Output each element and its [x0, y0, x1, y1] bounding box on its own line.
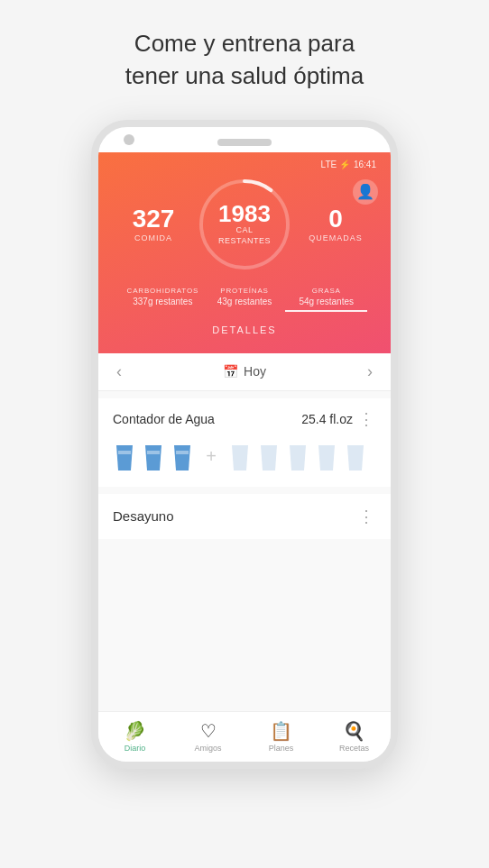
- recipes-icon: 🍳: [343, 720, 365, 742]
- food-calories: 327 COMIDA: [122, 206, 185, 242]
- water-title: Contador de Agua: [113, 412, 215, 426]
- content-area: ‹ 📅 Hoy › Contador de Agua 25.4 fl.oz ⋮: [98, 353, 391, 711]
- add-water-button[interactable]: +: [199, 445, 223, 469]
- recipes-label: Recetas: [339, 744, 369, 753]
- next-date-button[interactable]: ›: [367, 362, 373, 381]
- fat-macro: GRASA 54g restantes: [285, 287, 367, 312]
- water-cup-8[interactable]: [344, 442, 367, 472]
- calories-row: 327 COMIDA 1983 CALRESTANTES 0 QUEMADA: [113, 175, 376, 274]
- diary-icon: 🥬: [124, 720, 146, 742]
- burned-amount: 0: [328, 206, 343, 232]
- carbs-value: 337g restantes: [133, 297, 192, 306]
- water-cup-5[interactable]: [257, 442, 281, 472]
- protein-macro: PROTEÍNAS 43g restantes: [204, 287, 286, 312]
- protein-value: 43g restantes: [217, 297, 272, 306]
- headline-line1: Come y entrena para: [134, 30, 355, 57]
- headline-line2: tener una salud óptima: [125, 62, 364, 89]
- phone-top-bar: [98, 127, 391, 152]
- water-amount-value: 25.4 fl.oz: [301, 412, 353, 426]
- water-cup-2[interactable]: [142, 442, 165, 472]
- plans-label: Planes: [269, 744, 294, 753]
- calorie-circle: 1983 CALRESTANTES: [195, 175, 294, 274]
- date-center: 📅 Hoy: [223, 364, 266, 379]
- friends-label: Amigos: [194, 744, 221, 753]
- food-label: COMIDA: [134, 233, 172, 242]
- calendar-icon: 📅: [223, 364, 238, 379]
- cal-restantes-label: CALRESTANTES: [218, 225, 271, 246]
- nav-friends[interactable]: ♡ Amigos: [171, 720, 244, 753]
- profile-icon[interactable]: 👤: [353, 179, 378, 205]
- phone-camera: [124, 134, 134, 145]
- water-cup-7[interactable]: [315, 442, 338, 472]
- friends-icon: ♡: [200, 720, 217, 742]
- water-cup-6[interactable]: [286, 442, 309, 472]
- prev-date-button[interactable]: ‹: [116, 362, 122, 381]
- burned-calories: 0 QUEMADAS: [304, 206, 367, 242]
- fat-value: 54g restantes: [299, 297, 354, 306]
- nav-recipes[interactable]: 🍳 Recetas: [318, 720, 391, 753]
- header-section: LTE ⚡ 16:41 👤 327 COMIDA 1983: [98, 152, 391, 353]
- protein-label: PROTEÍNAS: [220, 287, 268, 295]
- headline: Come y entrena para tener una salud ópti…: [89, 27, 401, 93]
- date-label: Hoy: [244, 364, 266, 379]
- main-calories: 1983: [218, 202, 271, 225]
- macros-row: CARBOHIDRATOS 337g restantes PROTEÍNAS 4…: [113, 287, 376, 312]
- water-cups: +: [113, 438, 376, 476]
- water-header: Contador de Agua 25.4 fl.oz ⋮: [113, 409, 376, 429]
- app-screen: LTE ⚡ 16:41 👤 327 COMIDA 1983: [98, 152, 391, 762]
- breakfast-label: Desayuno: [113, 508, 174, 524]
- nav-diary[interactable]: 🥬 Diario: [98, 720, 171, 753]
- breakfast-section[interactable]: Desayuno ⋮: [98, 494, 391, 539]
- nav-plans[interactable]: 📋 Planes: [244, 720, 318, 753]
- fat-label: GRASA: [312, 287, 341, 295]
- status-bar: LTE ⚡ 16:41: [113, 160, 376, 169]
- carbs-macro: CARBOHIDRATOS 337g restantes: [122, 287, 204, 312]
- date-nav: ‹ 📅 Hoy ›: [98, 353, 391, 391]
- details-button[interactable]: DETALLES: [113, 324, 376, 339]
- breakfast-menu-icon[interactable]: ⋮: [358, 507, 376, 526]
- carbs-label: CARBOHIDRATOS: [127, 287, 198, 295]
- water-section: Contador de Agua 25.4 fl.oz ⋮: [98, 398, 391, 487]
- water-cup-1[interactable]: [113, 442, 136, 472]
- food-amount: 327: [133, 206, 175, 232]
- burned-label: QUEMADAS: [309, 233, 363, 242]
- plans-icon: 📋: [270, 720, 292, 742]
- circle-center: 1983 CALRESTANTES: [218, 202, 271, 246]
- water-amount-row: 25.4 fl.oz ⋮: [301, 409, 376, 429]
- time-display: 16:41: [354, 160, 376, 169]
- water-menu-icon[interactable]: ⋮: [358, 409, 376, 429]
- signal-icon: LTE ⚡: [321, 160, 350, 169]
- water-cup-3[interactable]: [171, 442, 194, 472]
- phone-speaker: [217, 139, 272, 146]
- diary-label: Diario: [125, 744, 146, 753]
- water-cup-4[interactable]: [228, 442, 252, 472]
- avatar-icon: 👤: [356, 183, 374, 200]
- bottom-nav: 🥬 Diario ♡ Amigos 📋 Planes 🍳 Recetas: [98, 711, 391, 762]
- phone-frame: LTE ⚡ 16:41 👤 327 COMIDA 1983: [91, 120, 398, 769]
